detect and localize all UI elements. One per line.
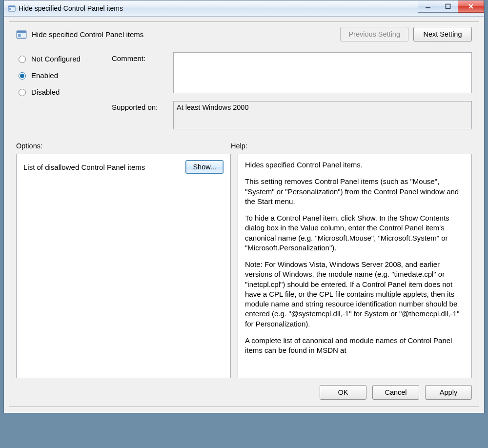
help-text: Hides specified Control Panel items. bbox=[245, 160, 465, 170]
svg-rect-4 bbox=[446, 4, 450, 9]
svg-rect-7 bbox=[18, 34, 21, 37]
help-text: This setting removes Control Panel items… bbox=[245, 177, 465, 206]
svg-rect-6 bbox=[17, 31, 26, 33]
disallowed-items-label: List of disallowed Control Panel items bbox=[23, 163, 145, 171]
comment-input[interactable] bbox=[173, 52, 472, 93]
help-pane[interactable]: Hides specified Control Panel items. Thi… bbox=[238, 154, 472, 378]
svg-rect-1 bbox=[8, 6, 15, 7]
window-title: Hide specified Control Panel items bbox=[19, 4, 123, 12]
ok-button[interactable]: OK bbox=[320, 385, 366, 400]
client-area: Hide specified Control Panel items Previ… bbox=[4, 17, 484, 413]
panel-header: Hide specified Control Panel items Previ… bbox=[16, 27, 472, 41]
policy-icon bbox=[16, 29, 27, 40]
state-radios: Not Configured Enabled Disabled bbox=[16, 52, 109, 96]
svg-rect-2 bbox=[9, 8, 11, 10]
minimize-button[interactable] bbox=[418, 0, 438, 13]
previous-setting-button[interactable]: Previous Setting bbox=[340, 27, 408, 41]
help-text: Note: For Windows Vista, Windows Server … bbox=[245, 260, 465, 329]
section-headers: Options: Help: bbox=[16, 142, 472, 150]
radio-label: Not Configured bbox=[31, 55, 81, 63]
radio-enabled-input[interactable] bbox=[19, 72, 26, 80]
options-item: List of disallowed Control Panel items S… bbox=[23, 160, 224, 174]
configuration-grid: Not Configured Enabled Disabled Comment:… bbox=[16, 52, 472, 129]
options-pane: List of disallowed Control Panel items S… bbox=[16, 154, 231, 378]
show-button[interactable]: Show... bbox=[185, 160, 224, 174]
help-text: A complete list of canonical and module … bbox=[245, 336, 465, 356]
panel-title: Hide specified Control Panel items bbox=[32, 30, 143, 39]
radio-disabled[interactable]: Disabled bbox=[16, 87, 109, 96]
cancel-button[interactable]: Cancel bbox=[372, 385, 419, 400]
supported-on-value bbox=[173, 101, 472, 129]
lower-panes: List of disallowed Control Panel items S… bbox=[16, 154, 472, 378]
titlebar[interactable]: Hide specified Control Panel items bbox=[4, 0, 484, 17]
main-panel: Hide specified Control Panel items Previ… bbox=[9, 21, 479, 407]
dialog-footer: OK Cancel Apply bbox=[16, 385, 472, 400]
radio-not-configured[interactable]: Not Configured bbox=[16, 54, 109, 63]
apply-button[interactable]: Apply bbox=[425, 385, 472, 400]
next-setting-button[interactable]: Next Setting bbox=[413, 27, 472, 41]
help-text: To hide a Control Panel item, click Show… bbox=[245, 213, 465, 253]
radio-disabled-input[interactable] bbox=[19, 89, 26, 96]
comment-label: Comment: bbox=[112, 52, 170, 62]
radio-not-configured-input[interactable] bbox=[19, 56, 26, 63]
radio-enabled[interactable]: Enabled bbox=[16, 71, 109, 80]
radio-label: Enabled bbox=[31, 71, 58, 80]
supported-on-label: Supported on: bbox=[112, 101, 170, 129]
help-header: Help: bbox=[231, 142, 247, 150]
policy-icon bbox=[8, 4, 16, 12]
close-button[interactable] bbox=[458, 0, 484, 13]
window-controls bbox=[418, 0, 484, 13]
options-header: Options: bbox=[16, 142, 231, 150]
maximize-button[interactable] bbox=[438, 0, 458, 13]
dialog-window: Hide specified Control Panel items bbox=[3, 0, 485, 413]
radio-label: Disabled bbox=[31, 88, 60, 96]
svg-rect-3 bbox=[426, 7, 430, 8]
